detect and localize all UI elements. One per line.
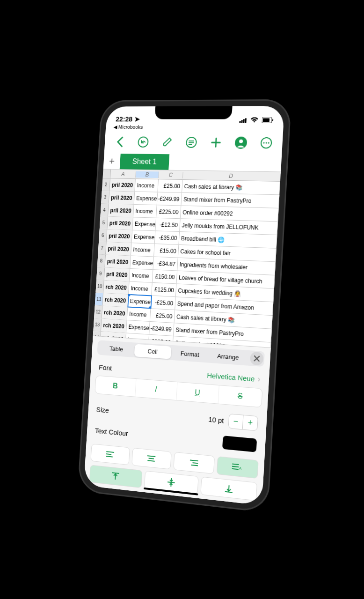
cell[interactable]: £225.00 <box>156 205 181 218</box>
cell[interactable]: Expense <box>128 295 152 308</box>
cell[interactable]: -£12.50 <box>155 218 180 231</box>
svg-point-17 <box>263 142 264 143</box>
back-button[interactable] <box>111 133 128 150</box>
font-label: Font <box>99 363 112 372</box>
row-header[interactable]: 10 <box>95 280 104 293</box>
cell[interactable]: -£249.99 <box>149 322 174 336</box>
cell[interactable]: Income <box>129 281 153 295</box>
select-all-corner[interactable] <box>102 169 111 178</box>
size-label: Size <box>96 405 109 414</box>
comment-button[interactable] <box>182 134 200 151</box>
close-panel-button[interactable] <box>250 351 264 366</box>
cell[interactable]: rch 2020 <box>102 306 128 320</box>
row-header[interactable]: 5 <box>100 216 108 229</box>
cell[interactable]: pril 2020 <box>104 267 131 281</box>
more-button[interactable] <box>257 134 275 152</box>
add-sheet-button[interactable]: + <box>103 154 121 169</box>
row-header[interactable]: 6 <box>99 229 107 242</box>
breadcrumb[interactable]: ◀ Microbooks <box>105 124 283 133</box>
cell[interactable]: -£35.00 <box>155 231 180 244</box>
size-increase-button[interactable]: + <box>243 415 258 430</box>
italic-button[interactable]: I <box>135 379 177 400</box>
cell[interactable]: £25.00 <box>158 179 182 192</box>
cell[interactable]: pril 2020 <box>106 242 132 255</box>
wifi-icon <box>248 115 260 123</box>
svg-line-33 <box>112 473 119 473</box>
cell[interactable]: Stand mixer from PastryPro <box>181 193 279 208</box>
cell[interactable]: -£249.99 <box>157 192 182 205</box>
cell[interactable]: rch 2020 <box>101 318 127 333</box>
align-right-button[interactable] <box>173 451 214 473</box>
row-header[interactable]: 8 <box>97 254 106 267</box>
undo-button[interactable] <box>135 133 152 150</box>
add-button[interactable] <box>207 134 225 151</box>
cell[interactable]: Expense <box>134 192 158 205</box>
battery-icon <box>260 115 273 123</box>
row-header[interactable]: 7 <box>98 242 106 254</box>
cell[interactable]: Income <box>131 243 155 256</box>
align-auto-button[interactable]: A <box>216 456 258 479</box>
cell[interactable]: -£34.87 <box>153 257 178 270</box>
cell[interactable]: Cash sales at library 📚 <box>182 180 280 194</box>
row-header[interactable]: 4 <box>100 204 109 216</box>
cell[interactable]: £125.00 <box>152 283 176 296</box>
cell[interactable]: Income <box>133 205 157 218</box>
svg-rect-2 <box>243 119 244 123</box>
bold-button[interactable]: B <box>95 376 136 396</box>
align-center-button[interactable] <box>131 447 172 469</box>
cell[interactable]: Income <box>127 307 151 321</box>
cell[interactable]: Expense <box>130 256 154 269</box>
tab-cell[interactable]: Cell <box>134 343 171 358</box>
svg-line-28 <box>191 465 198 466</box>
cell[interactable]: pril 2020 <box>107 229 133 243</box>
row-header[interactable]: 3 <box>101 191 109 204</box>
cell[interactable]: -£25.00 <box>151 296 175 310</box>
share-button[interactable] <box>232 134 250 151</box>
svg-rect-1 <box>241 120 242 123</box>
valign-top-button[interactable] <box>89 465 143 488</box>
toolbar <box>104 132 283 155</box>
cell[interactable]: rch 2020 <box>103 281 130 294</box>
valign-bottom-button[interactable] <box>201 476 257 501</box>
cell[interactable]: pril 2020 <box>107 216 133 229</box>
cell[interactable]: pril 2020 <box>109 178 136 191</box>
tab-arrange[interactable]: Arrange <box>208 348 248 364</box>
row-header[interactable]: 11 <box>95 293 103 305</box>
underline-button[interactable]: U <box>176 382 219 404</box>
brush-button[interactable] <box>159 134 175 151</box>
row-header[interactable]: 13 <box>93 318 102 331</box>
cell[interactable]: Online order #00292 <box>181 206 279 221</box>
cell[interactable]: £25.00 <box>150 309 175 323</box>
text-colour-swatch[interactable] <box>222 436 257 452</box>
cell[interactable]: Expense <box>132 230 156 243</box>
svg-line-26 <box>190 460 198 461</box>
cell[interactable]: Expense <box>126 320 150 334</box>
cell[interactable]: pril 2020 <box>109 191 135 204</box>
row-header[interactable]: 9 <box>96 267 105 280</box>
cell[interactable]: Income <box>135 179 159 192</box>
column-header-c[interactable]: C <box>159 171 183 178</box>
row-header[interactable]: 12 <box>94 305 102 318</box>
size-value: 10 pt <box>208 415 224 424</box>
svg-rect-6 <box>272 119 273 121</box>
align-left-button[interactable] <box>90 444 130 465</box>
size-stepper: − + <box>228 414 258 431</box>
size-decrease-button[interactable]: − <box>229 414 244 429</box>
cell[interactable]: Income <box>130 269 153 282</box>
cell[interactable]: pril 2020 <box>108 204 134 217</box>
tab-table[interactable]: Table <box>98 341 135 356</box>
cell[interactable]: rch 2020 <box>102 293 129 307</box>
sheet-tab[interactable]: Sheet 1 <box>120 154 170 170</box>
column-header-d[interactable]: D <box>183 171 281 180</box>
cell[interactable]: £15.00 <box>154 244 179 258</box>
spreadsheet-grid[interactable]: A B C D 2pril 2020Income£25.00Cash sales… <box>93 169 281 347</box>
strikethrough-button[interactable]: S <box>218 385 262 407</box>
column-header-a[interactable]: A <box>110 170 136 177</box>
cell[interactable]: Expense <box>132 217 156 230</box>
tab-format[interactable]: Format <box>171 346 209 362</box>
text-colour-label: Text Colour <box>95 426 129 437</box>
cell[interactable]: £150.00 <box>153 270 177 283</box>
row-header[interactable]: 2 <box>102 178 110 191</box>
cell[interactable]: pril 2020 <box>105 255 131 268</box>
column-header-b[interactable]: B <box>136 171 159 178</box>
